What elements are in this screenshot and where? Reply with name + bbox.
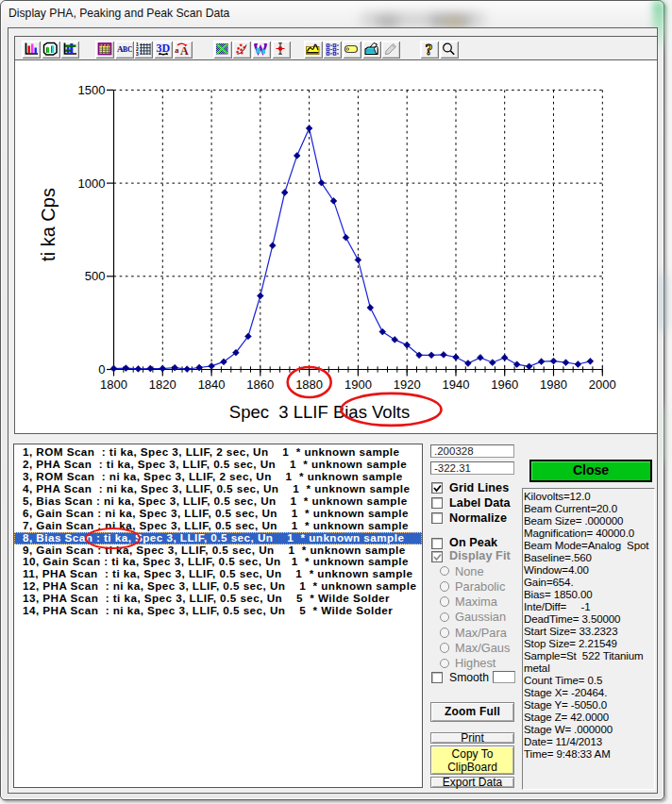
svg-text:1000: 1000	[78, 176, 106, 191]
svg-text:500: 500	[85, 269, 106, 283]
svg-text:1840: 1840	[198, 377, 226, 392]
svg-text:1960: 1960	[491, 377, 518, 392]
svg-text:ti ka Cps: ti ka Cps	[38, 188, 59, 261]
svg-text:1900: 1900	[344, 377, 372, 392]
svg-text:2000: 2000	[589, 377, 616, 392]
svg-text:1500: 1500	[78, 83, 106, 97]
svg-text:1860: 1860	[246, 377, 274, 392]
svg-text:1800: 1800	[100, 377, 127, 392]
svg-text:1820: 1820	[149, 377, 176, 392]
svg-text:0: 0	[98, 362, 105, 377]
svg-text:1980: 1980	[540, 377, 567, 392]
svg-text:1920: 1920	[394, 377, 421, 392]
svg-text:3D: 3D	[156, 42, 170, 55]
svg-text:A: A	[180, 44, 189, 57]
svg-text:Spec 3 LLIF Bias Volts: Spec 3 LLIF Bias Volts	[229, 402, 410, 422]
svg-text:3: 3	[136, 51, 139, 57]
svg-text:1880: 1880	[295, 377, 323, 392]
svg-text:BC: BC	[123, 45, 132, 54]
svg-text:a: a	[175, 45, 179, 55]
svg-text:1940: 1940	[443, 377, 470, 392]
svg-text:?: ?	[425, 42, 432, 57]
